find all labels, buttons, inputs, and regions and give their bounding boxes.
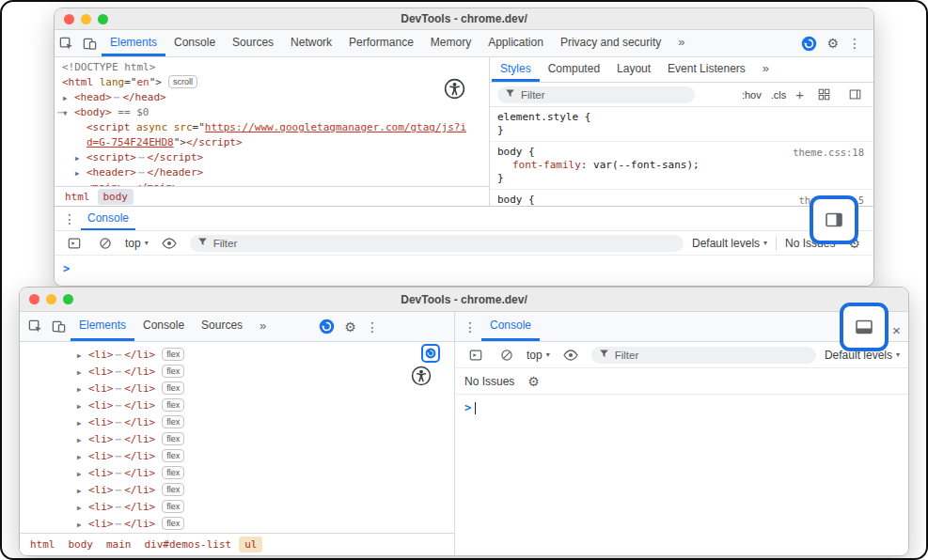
dom-tree-node[interactable]: ▶<li>⋯</li>flex: [20, 381, 454, 397]
issues-counter[interactable]: No Issues: [464, 375, 514, 388]
console-settings-gear-icon[interactable]: ⚙: [523, 374, 544, 389]
flex-badge[interactable]: flex: [162, 398, 184, 412]
dock-to-right-icon[interactable]: [819, 210, 849, 230]
tab-elements[interactable]: Elements: [71, 312, 134, 341]
console-filter-input[interactable]: Filter: [591, 347, 816, 364]
tab-application[interactable]: Application: [480, 30, 552, 56]
close-window-button[interactable]: [29, 294, 39, 304]
context-selector[interactable]: top ▾: [527, 349, 550, 362]
settings-gear-icon[interactable]: ⚙: [339, 319, 361, 334]
dom-tree-node[interactable]: ▶<li>⋯</li>flex: [20, 448, 454, 465]
dom-tree-node[interactable]: ▶<li>⋯</li>flex: [20, 397, 454, 414]
tab-privacy-and-security[interactable]: Privacy and security: [552, 30, 669, 56]
tab-sources[interactable]: Sources: [224, 30, 282, 56]
node-menu-icon[interactable]: ⋯: [57, 105, 64, 120]
dom-tree-node[interactable]: <!DOCTYPE html>: [55, 60, 489, 75]
expand-arrow-icon[interactable]: ▼: [63, 106, 74, 121]
page-overlay-icon[interactable]: [421, 344, 440, 363]
expand-arrow-icon[interactable]: ▶: [77, 466, 88, 483]
tab-elements[interactable]: Elements: [102, 30, 165, 56]
breadcrumb-item[interactable]: div#demos-list: [139, 537, 238, 552]
sync-status-icon[interactable]: [796, 36, 822, 52]
accessibility-icon[interactable]: [444, 78, 465, 103]
styles-filter-input[interactable]: Filter: [497, 86, 695, 103]
expand-arrow-icon[interactable]: ▶: [77, 365, 88, 381]
device-toolbar-icon[interactable]: [78, 37, 102, 51]
kebab-menu-icon[interactable]: ⋮: [843, 36, 866, 51]
expand-arrow-icon[interactable]: ▶: [75, 181, 87, 186]
tab-layout[interactable]: Layout: [608, 57, 659, 82]
more-tabs-icon[interactable]: »: [251, 312, 275, 341]
expand-arrow-icon[interactable]: ▶: [77, 483, 88, 500]
dom-tree-node[interactable]: ▶<header>⋯</header>: [55, 165, 489, 180]
expand-arrow-icon[interactable]: ▶: [63, 91, 74, 106]
zoom-window-button[interactable]: [98, 14, 108, 24]
expand-arrow-icon[interactable]: ▶: [77, 415, 88, 432]
tab-console[interactable]: Console: [165, 30, 224, 56]
expand-arrow-icon[interactable]: ▶: [77, 432, 88, 449]
dom-tree-node[interactable]: ▶<li>⋯</li>flex: [20, 431, 454, 448]
tab-network[interactable]: Network: [282, 30, 340, 56]
toggle-hover-state-button[interactable]: :hov: [742, 89, 762, 101]
scroll-badge[interactable]: scroll: [168, 75, 197, 88]
flex-badge[interactable]: flex: [162, 483, 184, 496]
settings-gear-icon[interactable]: ⚙: [822, 36, 843, 51]
drawer-menu-icon[interactable]: ⋮: [459, 319, 481, 334]
expand-arrow-icon[interactable]: ▶: [77, 398, 88, 415]
tab-styles[interactable]: Styles: [492, 57, 540, 82]
flex-badge[interactable]: flex: [162, 381, 184, 395]
breadcrumb-item[interactable]: html: [24, 537, 61, 552]
grid-icon[interactable]: [813, 88, 835, 101]
inspect-icon[interactable]: [55, 37, 78, 51]
dom-tree-node[interactable]: ▶<li>⋯</li>flex: [20, 499, 454, 516]
flex-badge[interactable]: flex: [162, 517, 184, 530]
console-prompt[interactable]: >: [55, 256, 873, 282]
dom-tree-node[interactable]: ▶<li>⋯</li>flex: [20, 482, 454, 499]
breadcrumb-item[interactable]: ul: [239, 537, 262, 552]
console-filter-input[interactable]: Filter: [190, 235, 684, 252]
expand-arrow-icon[interactable]: ▶: [77, 449, 88, 466]
rule-selector[interactable]: body: [497, 146, 523, 158]
flex-badge[interactable]: flex: [162, 466, 184, 479]
flex-badge[interactable]: flex: [162, 415, 184, 428]
flex-badge[interactable]: flex: [162, 348, 184, 361]
breadcrumb-item[interactable]: html: [59, 189, 96, 205]
drawer-menu-icon[interactable]: ⋮: [58, 211, 81, 226]
new-style-rule-button[interactable]: +: [795, 86, 804, 102]
dom-tree-node[interactable]: ⋯▼<body> == $0: [55, 105, 489, 120]
expand-arrow-icon[interactable]: ▶: [77, 500, 88, 517]
inspect-icon[interactable]: [24, 319, 47, 334]
context-selector[interactable]: top ▾: [125, 237, 149, 250]
tab-performance[interactable]: Performance: [340, 30, 422, 56]
live-expression-eye-icon[interactable]: [558, 350, 583, 361]
dom-tree-node[interactable]: ▶<li>⋯</li>flex: [20, 465, 454, 482]
rule-selector[interactable]: element.style: [497, 111, 578, 123]
tab-event-listeners[interactable]: Event Listeners: [659, 57, 754, 82]
expand-arrow-icon[interactable]: ▶: [75, 151, 87, 166]
expand-arrow-icon[interactable]: ▶: [75, 166, 87, 181]
expand-arrow-icon[interactable]: ▶: [77, 381, 88, 398]
dom-tree-node[interactable]: ▶<li>⋯</li>flex: [20, 364, 454, 381]
breadcrumb-item[interactable]: body: [63, 537, 100, 552]
style-rule[interactable]: theme.css:18body {font-family: var(--fon…: [490, 142, 873, 190]
device-toolbar-icon[interactable]: [47, 319, 71, 334]
breadcrumb-item[interactable]: body: [98, 189, 134, 205]
flex-badge[interactable]: flex: [162, 500, 184, 513]
dom-tree-node[interactable]: d=G-754F24EHD8"></script>: [55, 135, 489, 150]
close-window-button[interactable]: [64, 14, 74, 24]
dom-tree-node[interactable]: <html lang="en">scroll: [55, 75, 489, 90]
console-sidebar-icon[interactable]: [63, 237, 86, 250]
flex-badge[interactable]: flex: [162, 365, 184, 378]
expand-arrow-icon[interactable]: ▶: [77, 517, 88, 533]
style-rule[interactable]: element.style {}: [490, 107, 873, 142]
breadcrumb-item[interactable]: main: [101, 537, 137, 552]
more-tabs-icon[interactable]: »: [754, 57, 778, 82]
flex-badge[interactable]: flex: [162, 449, 184, 462]
more-tabs-icon[interactable]: »: [669, 30, 693, 56]
console-sidebar-icon[interactable]: [464, 349, 487, 362]
dom-tree-node[interactable]: <script async src="https://www.googletag…: [55, 120, 489, 135]
dom-tree-node[interactable]: ▶<li>⋯</li>flex: [20, 414, 454, 431]
dock-to-bottom-icon[interactable]: [849, 317, 879, 337]
live-expression-eye-icon[interactable]: [157, 238, 181, 249]
clear-console-icon[interactable]: [495, 349, 518, 362]
